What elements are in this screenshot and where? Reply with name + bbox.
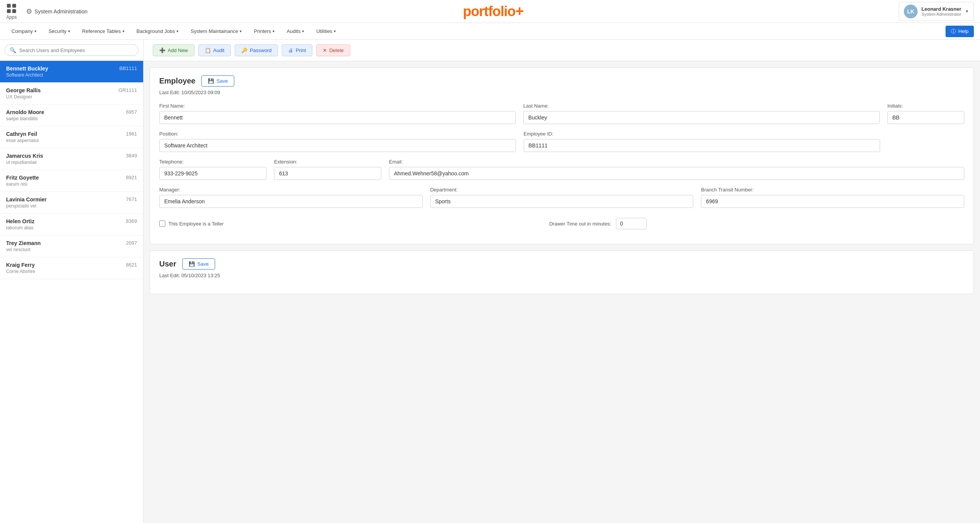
extension-input[interactable]	[274, 167, 381, 180]
apps-icon	[6, 3, 17, 14]
sidebar: 🔍 Bennett Buckley Software Architect BB1…	[0, 40, 144, 523]
user-list-id: 8621	[126, 262, 137, 268]
position-label: Position:	[159, 131, 516, 137]
manager-input[interactable]	[159, 195, 423, 208]
search-icon: 🔍	[10, 47, 16, 53]
extension-label: Extension:	[274, 159, 381, 165]
form-row-contact: Telephone: Extension: Email:	[159, 159, 964, 180]
position-input[interactable]	[159, 139, 516, 152]
branch-transit-input[interactable]	[701, 195, 964, 208]
save-icon: 💾	[189, 261, 195, 267]
nav-item-printers[interactable]: Printers ▾	[248, 25, 280, 37]
info-icon: ⓘ	[951, 28, 956, 35]
nav-item-background-jobs[interactable]: Background Jobs ▾	[131, 25, 184, 37]
nav-item-company[interactable]: Company ▾	[6, 25, 42, 37]
user-list-sub: Software Architect	[6, 72, 48, 78]
sysadmin-label: ⚙ System Administration	[26, 7, 88, 16]
search-input[interactable]	[19, 47, 134, 53]
top-bar: Apps ⚙ System Administration portfolio+ …	[0, 0, 980, 23]
user-list-id: BB1111	[119, 65, 137, 71]
svg-rect-2	[7, 9, 11, 13]
key-icon: 🔑	[241, 47, 247, 53]
action-bar: ➕ Add New 📋 Audit 🔑 Password 🖨 Print ✕ D…	[144, 40, 980, 61]
chevron-down-icon: ▾	[122, 29, 124, 33]
svg-rect-3	[12, 9, 16, 13]
last-name-input[interactable]	[523, 111, 880, 124]
manager-group: Manager:	[159, 187, 423, 208]
department-input[interactable]	[430, 195, 694, 208]
nav-bar: Company ▾ Security ▾ Reference Tables ▾ …	[0, 23, 980, 40]
delete-button[interactable]: ✕ Delete	[316, 44, 350, 56]
user-list-sub: earum nisi	[6, 181, 39, 187]
last-name-group: Last Name:	[523, 103, 880, 124]
drawer-group: Drawer Time out in minutes:	[549, 218, 647, 229]
save-icon: 💾	[208, 78, 214, 84]
user-menu[interactable]: LK Leonard Krasner System Administrator …	[899, 2, 974, 21]
employee-save-button[interactable]: 💾 Save	[201, 75, 234, 87]
initials-input[interactable]	[887, 111, 964, 124]
list-item[interactable]: George Rallis UX Designer GR1111	[0, 83, 143, 105]
initials-label: Initials:	[887, 103, 964, 109]
user-list-sub: saepe blanditiis	[6, 116, 44, 121]
initials-group: Initials:	[887, 103, 964, 124]
nav-item-audits[interactable]: Audits ▾	[281, 25, 309, 37]
list-item[interactable]: Helen Ortiz laborum alias 8369	[0, 214, 143, 235]
user-list-id: 3849	[126, 153, 137, 159]
delete-icon: ✕	[323, 47, 327, 53]
list-item[interactable]: Arnoldo Moore saepe blanditiis 6957	[0, 105, 143, 126]
user-list-name: Kraig Ferry	[6, 262, 35, 268]
print-button[interactable]: 🖨 Print	[282, 44, 312, 56]
user-list-name: Lavinia Cormier	[6, 196, 47, 203]
list-item[interactable]: Bennett Buckley Software Architect BB111…	[0, 61, 143, 83]
chevron-down-icon: ▾	[34, 29, 36, 33]
search-input-wrap[interactable]: 🔍	[5, 44, 139, 56]
nav-item-system-maintenance[interactable]: System Maintainance ▾	[185, 25, 247, 37]
help-button[interactable]: ⓘ Help	[946, 26, 974, 37]
user-name: Leonard Krasner	[921, 6, 961, 12]
list-item[interactable]: Jamarcus Kris ut repudiandae 3849	[0, 148, 143, 170]
user-list-name: Jamarcus Kris	[6, 153, 43, 159]
teller-label: This Employee is a Teller	[168, 221, 224, 227]
user-list-sub: ut repudiandae	[6, 160, 43, 165]
telephone-label: Telephone:	[159, 159, 266, 165]
user-info: Leonard Krasner System Administrator	[921, 6, 961, 16]
employee-id-group: Employee ID:	[524, 131, 880, 152]
first-name-input[interactable]	[159, 111, 516, 124]
user-list-id: 6957	[126, 109, 137, 115]
department-label: Department:	[430, 187, 694, 193]
email-group: Email:	[389, 159, 964, 180]
employee-id-input[interactable]	[524, 139, 880, 152]
drawer-label: Drawer Time out in minutes:	[549, 221, 611, 227]
user-save-button[interactable]: 💾 Save	[182, 258, 215, 270]
teller-checkbox[interactable]	[159, 221, 165, 227]
user-list-id: 1961	[126, 131, 137, 137]
add-new-button[interactable]: ➕ Add New	[153, 44, 194, 56]
content-area: ➕ Add New 📋 Audit 🔑 Password 🖨 Print ✕ D…	[144, 40, 980, 523]
nav-item-reference-tables[interactable]: Reference Tables ▾	[77, 25, 130, 37]
list-item[interactable]: Kraig Ferry Corrie Abshire 8621	[0, 257, 143, 279]
user-list-name: Bennett Buckley	[6, 65, 48, 72]
last-edit: Last Edit: 10/05/2023 09:09	[159, 90, 964, 95]
apps-label: Apps	[6, 15, 16, 20]
audit-button[interactable]: 📋 Audit	[198, 44, 231, 56]
password-button[interactable]: 🔑 Password	[235, 44, 278, 56]
user-list-id: GR1111	[119, 87, 137, 93]
apps-button[interactable]: Apps	[6, 3, 17, 20]
list-item[interactable]: Cathryn Feil esse aspernatur 1961	[0, 126, 143, 148]
user-list-sub: Corrie Abshire	[6, 269, 35, 274]
list-item[interactable]: Fritz Goyette earum nisi 8921	[0, 170, 143, 192]
user-list-sub: vel nesciunt	[6, 247, 41, 252]
list-item[interactable]: Lavinia Cormier perspiciatis vel 7671	[0, 192, 143, 214]
user-list-id: 2097	[126, 240, 137, 246]
avatar: LK	[904, 5, 918, 18]
user-list-sub: UX Designer	[6, 94, 41, 100]
user-list-name: Trey Ziemann	[6, 240, 41, 246]
user-list-name: Cathryn Feil	[6, 131, 39, 137]
logo-area: portfolio+	[88, 3, 899, 20]
email-input[interactable]	[389, 167, 964, 180]
drawer-input[interactable]	[616, 218, 647, 229]
nav-item-utilities[interactable]: Utilities ▾	[311, 25, 341, 37]
nav-item-security[interactable]: Security ▾	[43, 25, 75, 37]
list-item[interactable]: Trey Ziemann vel nesciunt 2097	[0, 235, 143, 257]
telephone-input[interactable]	[159, 167, 266, 180]
